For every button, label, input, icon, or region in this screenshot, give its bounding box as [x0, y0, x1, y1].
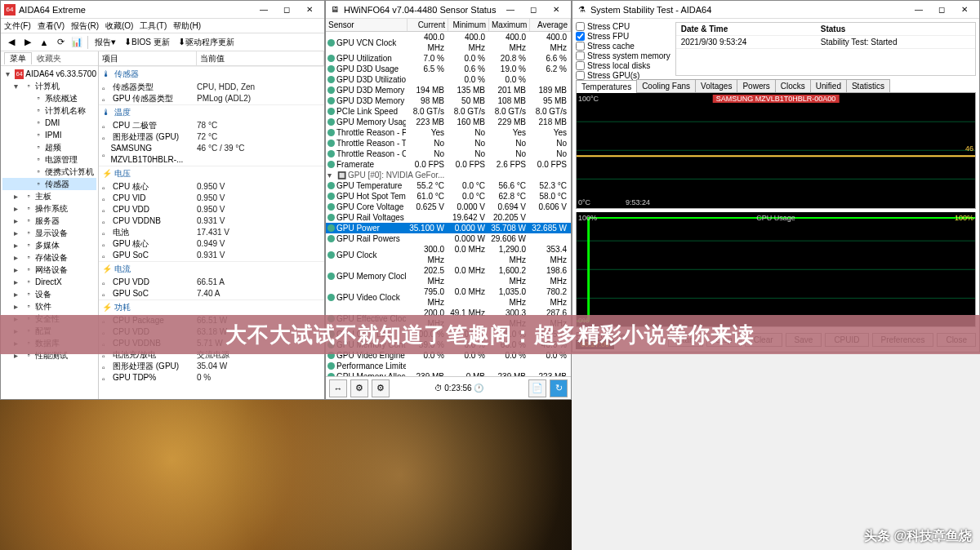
max-button[interactable]: ◻	[930, 2, 953, 18]
tab-unified[interactable]: Unified	[810, 79, 847, 92]
menu-item[interactable]: 帮助(H)	[173, 20, 201, 32]
col-item: 项目	[99, 51, 197, 65]
tree-node[interactable]: ▾▫计算机	[2, 80, 96, 92]
sensor-row: ▫GPU SoC7.40 A	[99, 288, 324, 299]
tree-node[interactable]: ▸▫多媒体	[2, 239, 96, 251]
tree-node[interactable]: ▫电源管理	[2, 153, 96, 166]
sensor-group: ⚡电流	[99, 261, 324, 277]
close-button[interactable]: ✕	[545, 2, 568, 18]
hw-row[interactable]: GPU Clock300.0 MHz0.0 MHz1,290.0 MHz353.…	[326, 244, 571, 265]
hw-row[interactable]: PCIe Link Speed8.0 GT/s8.0 GT/s8.0 GT/s8…	[326, 106, 571, 117]
stab-titlebar[interactable]: ⚗ System Stability Test - AIDA64 —◻✕	[572, 1, 979, 19]
menu-item[interactable]: 文件(F)	[4, 20, 31, 32]
stress-check[interactable]: Stress local disks	[576, 61, 670, 70]
hw-row[interactable]: GPU Rail Voltages19.642 V20.205 V	[326, 212, 571, 223]
hw-row[interactable]: Throttle Reason - ThermalNoNoNoNo	[326, 138, 571, 149]
tree-root[interactable]: ▾64AIDA64 v6.33.5700	[2, 68, 96, 80]
watermark: 头条 @科技章鱼烧	[864, 528, 972, 545]
refresh-icon[interactable]: ⟳	[53, 35, 68, 50]
tab-temperatures[interactable]: Temperatures	[576, 80, 637, 93]
tree-node[interactable]: ▸▫主板	[2, 190, 96, 202]
stress-checklist: Stress CPUStress FPUStress cacheStress s…	[576, 22, 670, 76]
sensor-row: ▫CPU VDD0.950 V	[99, 204, 324, 215]
expand-icon[interactable]: ↔	[329, 379, 347, 397]
log-icon[interactable]: 📄	[528, 379, 546, 397]
hw-row[interactable]: Throttle Reason - CurrentNoNoNoNo	[326, 149, 571, 159]
sensor-row: ▫图形处理器 (GPU)72 °C	[99, 131, 324, 143]
hw-row[interactable]: GPU Memory Usage223 MB160 MB229 MB218 MB	[326, 117, 571, 127]
tree-node[interactable]: ▫系统概述	[2, 92, 96, 104]
menu-item[interactable]: 工具(T)	[140, 20, 167, 32]
tree-node[interactable]: ▫IPMI	[2, 129, 96, 141]
close-button[interactable]: ✕	[298, 2, 321, 18]
sensor-row: ▫GPU TDP%0 %	[99, 372, 324, 384]
aida-icon: 64	[4, 4, 16, 16]
fwd-icon[interactable]: ▶	[20, 35, 35, 50]
stress-check[interactable]: Stress system memory	[576, 51, 670, 60]
tree-node[interactable]: ▫计算机名称	[2, 104, 96, 117]
hw-row[interactable]: GPU VCN Clock400.0 MHz400.0 MHz400.0 MHz…	[326, 32, 571, 53]
hw-row[interactable]: GPU D3D Memory Dedica...194 MB135 MB201 …	[326, 85, 571, 95]
tree-node[interactable]: ▸▫网络设备	[2, 264, 96, 276]
tab-statistics[interactable]: Statistics	[846, 79, 890, 92]
max-button[interactable]: ◻	[275, 2, 298, 18]
hw-titlebar[interactable]: 🖥 HWiNFO64 v7.04-4480 Sensor Status —◻✕	[326, 1, 571, 19]
bios-button[interactable]: ⬇ BIOS 更新	[121, 35, 173, 50]
tree-node[interactable]: ▸▫存储设备	[2, 251, 96, 264]
stress-check[interactable]: Stress cache	[576, 42, 670, 51]
hw-row[interactable]: GPU Video Clock795.0 MHz0.0 MHz1,035.0 M…	[326, 286, 571, 308]
hw-row[interactable]: GPU Core Voltage0.625 V0.000 V0.694 V0.6…	[326, 202, 571, 212]
sensor-row: ▫SAMSUNG MZVLB1T0HBLR-...46 °C / 39 °C	[99, 143, 324, 166]
tab-powers[interactable]: Powers	[737, 79, 775, 92]
config-icon[interactable]: ⚙	[350, 379, 368, 397]
chart-icon[interactable]: 📊	[69, 35, 84, 50]
tab-fav[interactable]: 收藏夹	[32, 53, 66, 64]
up-icon[interactable]: ▲	[37, 35, 51, 50]
back-icon[interactable]: ◀	[4, 35, 19, 50]
hw-row[interactable]: GPU D3D Utilizations0.0 %0.0 %	[326, 74, 571, 85]
min-button[interactable]: —	[499, 2, 522, 18]
max-button[interactable]: ◻	[522, 2, 545, 18]
menu-item[interactable]: 报告(R)	[71, 20, 99, 32]
menu-item[interactable]: 收藏(O)	[105, 20, 133, 32]
hw-row[interactable]: GPU Power35.100 W0.000 W35.708 W32.685 W	[326, 223, 571, 233]
desktop-wallpaper	[0, 400, 572, 550]
tree-node[interactable]: ▫便携式计算机	[2, 166, 96, 178]
hw-row[interactable]: Performance Limiters	[326, 361, 571, 371]
hw-row[interactable]: Framerate0.0 FPS0.0 FPS2.6 FPS0.0 FPS	[326, 159, 571, 170]
hw-row[interactable]: GPU D3D Memory Dynamic98 MB50 MB108 MB95…	[326, 95, 571, 106]
config2-icon[interactable]: ⚙	[372, 379, 390, 397]
tree-node[interactable]: ▫DMI	[2, 117, 96, 129]
hw-row[interactable]: GPU Temperature55.2 °C0.0 °C56.6 °C52.3 …	[326, 180, 571, 191]
tree-node[interactable]: ▸▫操作系统	[2, 202, 96, 215]
tree-node[interactable]: ▸▫DirectX	[2, 276, 96, 288]
hw-row[interactable]: GPU D3D Usage6.5 %0.6 %19.0 %6.2 %	[326, 64, 571, 74]
stress-check[interactable]: Stress FPU	[576, 32, 670, 41]
close-button[interactable]: ✕	[953, 2, 976, 18]
hw-row[interactable]: GPU Memory Clock202.5 MHz0.0 MHz1,600.2 …	[326, 265, 571, 286]
aida-titlebar[interactable]: 64 AIDA64 Extreme — ◻ ✕	[1, 1, 324, 19]
hw-row[interactable]: GPU Rail Powers0.000 W29.606 W	[326, 233, 571, 244]
tree-node[interactable]: ▸▫设备	[2, 288, 96, 300]
hw-row[interactable]: GPU Utilization7.0 %0.0 %20.8 %6.6 %	[326, 53, 571, 64]
tree-node[interactable]: ▸▫显示设备	[2, 227, 96, 239]
menu-item[interactable]: 查看(V)	[38, 20, 65, 32]
hw-row[interactable]: Throttle Reason - PowerYesNoYesYes	[326, 127, 571, 138]
report-button[interactable]: 报告 ▾	[91, 35, 119, 50]
min-button[interactable]: —	[907, 2, 930, 18]
stability-window: ⚗ System Stability Test - AIDA64 —◻✕ Str…	[572, 0, 980, 353]
hw-row[interactable]: GPU Hot Spot Temperature61.0 °C0.0 °C62.…	[326, 191, 571, 202]
tab-voltages[interactable]: Voltages	[695, 79, 737, 92]
tree-node[interactable]: ▫超频	[2, 141, 96, 153]
tree-node[interactable]: ▫传感器	[2, 178, 96, 190]
min-button[interactable]: —	[252, 2, 275, 18]
tab-cooling fans[interactable]: Cooling Fans	[636, 79, 696, 92]
stress-check[interactable]: Stress CPU	[576, 22, 670, 31]
tree-node[interactable]: ▸▫服务器	[2, 215, 96, 227]
driver-button[interactable]: ⬇ 驱动程序更新	[175, 35, 238, 50]
tab-menu[interactable]: 菜单	[4, 52, 32, 64]
tab-clocks[interactable]: Clocks	[775, 79, 811, 92]
tree-node[interactable]: ▸▫软件	[2, 300, 96, 313]
hw-group-gpu[interactable]: ▾🔲 GPU [#0]: NVIDIA GeFor...	[326, 170, 571, 180]
reset-icon[interactable]: ↻	[550, 379, 568, 397]
